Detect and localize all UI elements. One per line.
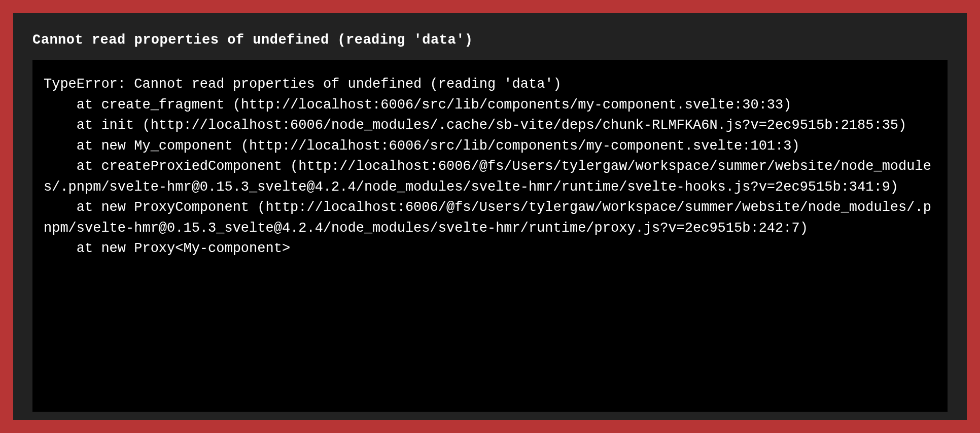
stack-trace-container: TypeError: Cannot read properties of und… (32, 60, 948, 412)
stack-trace: TypeError: Cannot read properties of und… (44, 74, 936, 259)
error-panel: Cannot read properties of undefined (rea… (13, 13, 967, 420)
error-title: Cannot read properties of undefined (rea… (13, 32, 967, 60)
error-overlay-border: Cannot read properties of undefined (rea… (0, 0, 980, 433)
